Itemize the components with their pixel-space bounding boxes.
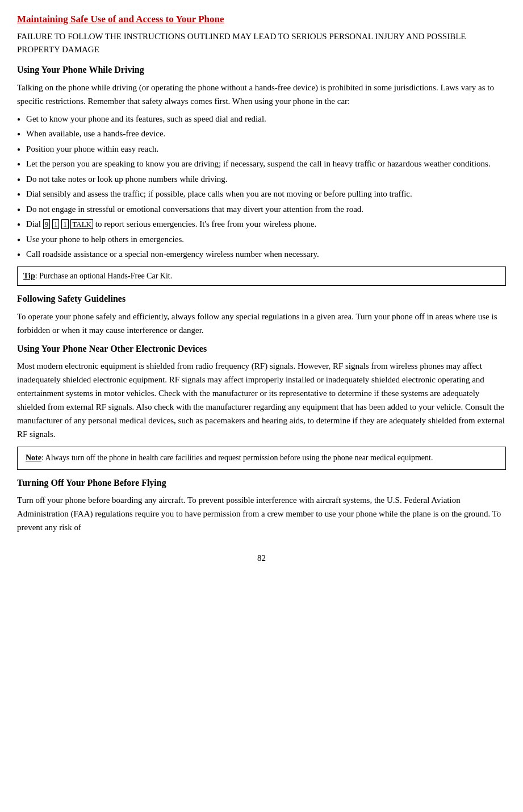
section1-heading: Using Your Phone While Driving <box>17 63 506 77</box>
section1-bullets: Get to know your phone and its features,… <box>17 113 506 261</box>
bullet-item: Position your phone within easy reach. <box>17 143 506 156</box>
section1-intro: Talking on the phone while driving (or o… <box>17 81 506 108</box>
bullet-item: Dial sensibly and assess the traffic; if… <box>17 188 506 201</box>
section3-heading: Using Your Phone Near Other Electronic D… <box>17 342 506 356</box>
section-electronic-devices: Using Your Phone Near Other Electronic D… <box>17 342 506 470</box>
section3-text: Most modern electronic equipment is shie… <box>17 359 506 441</box>
bullet-item: Get to know your phone and its features,… <box>17 113 506 126</box>
section-safety-guidelines: Following Safety Guidelines To operate y… <box>17 292 506 337</box>
section4-text: Turn off your phone before boarding any … <box>17 493 506 534</box>
section4-heading: Turning Off Your Phone Before Flying <box>17 476 506 490</box>
tip-label: Tip <box>23 272 35 280</box>
bullet-item-dial: Dial 9 1 1 TALK to report serious emerge… <box>17 218 506 231</box>
boxed-talk: TALK <box>70 219 93 229</box>
bullet-item: Call roadside assistance or a special no… <box>17 248 506 261</box>
bullet-item: When available, use a hands-free device. <box>17 127 506 140</box>
page-number: 82 <box>17 551 506 565</box>
boxed-1b: 1 <box>61 219 69 229</box>
note-label: Note <box>26 453 41 462</box>
tip-box: Tip: Purchase an optional Hands-Free Car… <box>17 266 506 286</box>
note-box: Note: Always turn off the phone in healt… <box>17 447 506 469</box>
section2-heading: Following Safety Guidelines <box>17 292 506 306</box>
boxed-1a: 1 <box>52 219 60 229</box>
bullet-item: Use your phone to help others in emergen… <box>17 233 506 246</box>
failure-text: FAILURE TO FOLLOW THE INSTRUCTIONS OUTLI… <box>17 30 506 56</box>
bullet-item: Do not take notes or look up phone numbe… <box>17 173 506 186</box>
section2-text: To operate your phone safely and efficie… <box>17 310 506 337</box>
bullet-item: Let the person you are speaking to know … <box>17 157 506 170</box>
section-using-driving: Using Your Phone While Driving Talking o… <box>17 63 506 286</box>
bullet-item: Do not engage in stressful or emotional … <box>17 203 506 216</box>
boxed-9: 9 <box>43 219 51 229</box>
main-title: Maintaining Safe Use of and Access to Yo… <box>17 11 506 27</box>
section-flying: Turning Off Your Phone Before Flying Tur… <box>17 476 506 535</box>
note-text: : Always turn off the phone in health ca… <box>41 453 433 462</box>
tip-text: : Purchase an optional Hands-Free Car Ki… <box>35 272 172 280</box>
